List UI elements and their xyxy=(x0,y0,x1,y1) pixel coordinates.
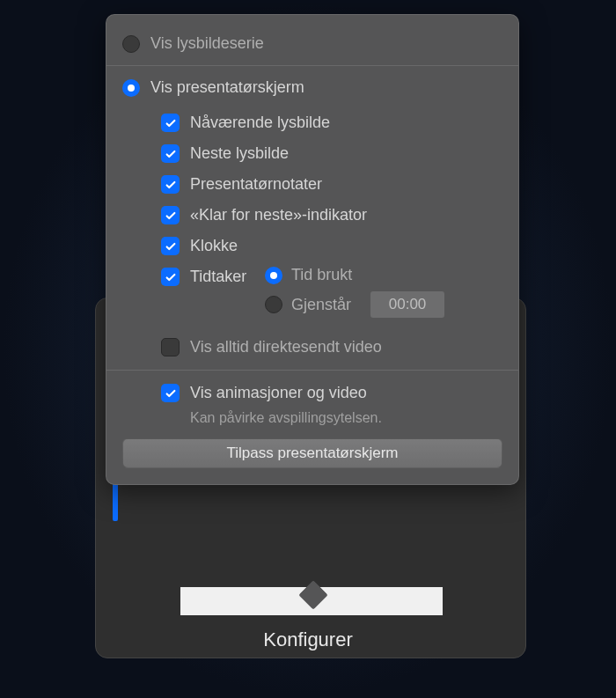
timer-value-input[interactable] xyxy=(370,291,444,318)
timer-elapsed-label: Tid brukt xyxy=(291,266,352,284)
check-ready-indicator[interactable]: «Klar for neste»-indikator xyxy=(161,200,502,231)
radio-off-icon xyxy=(265,296,282,313)
checkbox-off-icon xyxy=(161,338,180,356)
check-notes-label: Presentatørnotater xyxy=(190,175,322,194)
check-current-slide[interactable]: Nåværende lysbilde xyxy=(161,107,502,138)
radio-presenter-label: Vis presentatørskjerm xyxy=(150,78,304,97)
check-animations-video[interactable]: Vis animasjoner og video xyxy=(161,378,502,408)
customize-presenter-button[interactable]: Tilpass presentatørskjerm xyxy=(122,438,502,468)
radio-slideshow-label: Vis lysbildeserie xyxy=(150,34,264,53)
check-current-label: Nåværende lysbilde xyxy=(190,114,330,132)
timer-remaining-label: Gjenstår xyxy=(291,296,351,314)
radio-on-icon xyxy=(122,79,140,97)
check-live-label: Vis alltid direktesendt video xyxy=(190,338,382,356)
checkbox-on-icon xyxy=(161,268,180,286)
check-timer-label: Tidtaker xyxy=(190,268,246,286)
checkbox-on-icon xyxy=(161,114,180,132)
check-anim-label: Vis animasjoner og video xyxy=(190,384,367,402)
radio-time-remaining[interactable]: Gjenstår xyxy=(265,288,502,321)
check-next-slide[interactable]: Neste lysbilde xyxy=(161,138,502,169)
customize-button-label: Tilpass presentatørskjerm xyxy=(227,445,399,462)
checkbox-on-icon xyxy=(161,144,180,163)
check-clock-label: Klokke xyxy=(190,237,238,255)
configure-label: Konfigurer xyxy=(0,628,616,651)
check-presenter-notes[interactable]: Presentatørnotater xyxy=(161,169,502,200)
check-clock[interactable]: Klokke xyxy=(161,231,502,261)
checkbox-on-icon xyxy=(161,175,180,194)
divider xyxy=(106,370,518,371)
radio-show-slideshow[interactable]: Vis lysbildeserie xyxy=(122,29,502,58)
radio-on-icon xyxy=(265,267,282,284)
radio-off-icon xyxy=(122,35,140,53)
checkbox-on-icon xyxy=(161,206,180,224)
performance-hint: Kan påvirke avspillingsytelsen. xyxy=(190,410,502,426)
presenter-options-popover: Vis lysbildeserie Vis presentatørskjerm … xyxy=(106,14,519,485)
radio-time-elapsed[interactable]: Tid brukt xyxy=(265,262,502,288)
check-live-video[interactable]: Vis alltid direktesendt video xyxy=(161,332,502,363)
check-ready-label: «Klar for neste»-indikator xyxy=(190,206,367,224)
check-next-label: Neste lysbilde xyxy=(190,144,289,163)
radio-show-presenter[interactable]: Vis presentatørskjerm xyxy=(122,73,502,102)
divider xyxy=(106,65,518,66)
checkbox-on-icon xyxy=(161,237,180,255)
checkbox-on-icon xyxy=(161,384,180,402)
